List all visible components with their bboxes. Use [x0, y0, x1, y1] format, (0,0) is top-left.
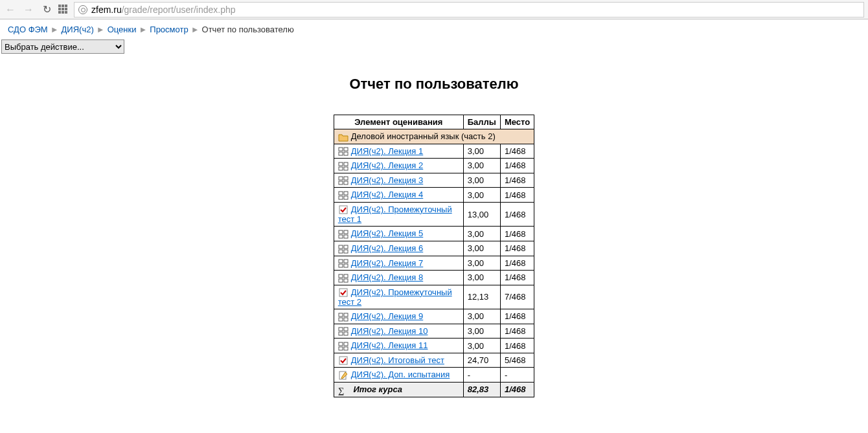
grade-row: ДИЯ(ч2). Лекция 53,001/468 — [334, 227, 534, 241]
svg-rect-26 — [344, 260, 348, 263]
grade-row: ДИЯ(ч2). Доп. испытания-- — [334, 368, 534, 383]
svg-rect-33 — [339, 289, 347, 296]
svg-rect-2 — [339, 152, 343, 155]
grade-item-link[interactable]: ДИЯ(ч2). Доп. испытания — [351, 370, 450, 379]
breadcrumb-link[interactable]: СДО ФЭМ — [8, 25, 48, 34]
grade-item-link[interactable]: ДИЯ(ч2). Итоговый тест — [351, 355, 444, 365]
grade-item-link[interactable]: ДИЯ(ч2). Промежуточный тест 1 — [338, 205, 452, 225]
svg-rect-38 — [339, 328, 343, 331]
svg-rect-24 — [344, 250, 348, 253]
grade-rank: 7/468 — [500, 285, 534, 309]
grade-row: ДИЯ(ч2). Лекция 33,001/468 — [334, 173, 534, 188]
reload-button[interactable]: ↻ — [40, 3, 53, 16]
grade-row: ДИЯ(ч2). Лекция 13,001/468 — [334, 144, 534, 159]
browser-toolbar: ← → ↻ zfem.ru/grade/report/user/index.ph… — [0, 0, 868, 19]
grade-score: 3,00 — [463, 256, 500, 271]
action-select[interactable]: Выбрать действие... — [1, 39, 124, 54]
grade-item-link[interactable]: ДИЯ(ч2). Лекция 9 — [351, 311, 423, 321]
grade-row: ДИЯ(ч2). Лекция 113,001/468 — [334, 339, 534, 353]
breadcrumb-separator: ► — [191, 25, 200, 34]
svg-rect-46 — [339, 357, 347, 364]
svg-rect-25 — [339, 260, 343, 263]
forward-button[interactable]: → — [22, 3, 35, 16]
grade-item-link[interactable]: ДИЯ(ч2). Лекция 10 — [351, 326, 428, 336]
svg-rect-23 — [339, 250, 343, 253]
grade-item-link[interactable]: ДИЯ(ч2). Лекция 11 — [351, 340, 428, 350]
back-button[interactable]: ← — [4, 3, 17, 16]
grade-score: 3,00 — [463, 324, 500, 339]
grade-score: 3,00 — [463, 144, 500, 159]
col-rank: Место — [500, 115, 534, 129]
svg-rect-37 — [344, 318, 348, 321]
svg-rect-17 — [339, 230, 343, 234]
grade-rank: 1/468 — [500, 271, 534, 285]
breadcrumb-link[interactable]: Оценки — [108, 25, 137, 34]
svg-rect-43 — [344, 342, 348, 346]
grade-score: 3,00 — [463, 339, 500, 353]
grade-item-link[interactable]: ДИЯ(ч2). Лекция 8 — [351, 272, 423, 282]
grade-item-link[interactable]: ДИЯ(ч2). Промежуточный тест 2 — [338, 287, 452, 307]
svg-rect-5 — [344, 162, 348, 166]
grade-item-link[interactable]: ДИЯ(ч2). Лекция 7 — [351, 258, 423, 268]
svg-rect-34 — [339, 313, 343, 316]
grade-row: ДИЯ(ч2). Лекция 63,001/468 — [334, 241, 534, 256]
svg-rect-41 — [344, 332, 348, 335]
folder-icon — [338, 133, 348, 142]
apps-icon[interactable] — [58, 5, 69, 15]
grade-score: 3,00 — [463, 271, 500, 285]
svg-rect-6 — [339, 167, 343, 170]
quiz-icon — [338, 356, 348, 365]
svg-rect-20 — [344, 235, 348, 238]
svg-rect-39 — [344, 328, 348, 331]
site-info-icon[interactable] — [78, 5, 87, 14]
breadcrumb-link[interactable]: ДИЯ(ч2) — [62, 25, 94, 34]
grade-item-link[interactable]: ДИЯ(ч2). Лекция 2 — [351, 161, 423, 170]
grade-score: 3,00 — [463, 173, 500, 188]
svg-rect-9 — [344, 177, 348, 180]
svg-rect-31 — [339, 279, 343, 282]
grade-item-link[interactable]: ДИЯ(ч2). Лекция 6 — [351, 243, 423, 253]
lesson-icon — [338, 245, 348, 254]
svg-rect-12 — [339, 192, 343, 195]
grade-rank: 1/468 — [500, 159, 534, 173]
svg-rect-16 — [339, 206, 347, 214]
svg-rect-21 — [339, 245, 343, 249]
grade-item-link[interactable]: ДИЯ(ч2). Лекция 5 — [351, 228, 423, 238]
grade-item-link[interactable]: ДИЯ(ч2). Лекция 4 — [351, 190, 423, 199]
grade-row: ДИЯ(ч2). Лекция 73,001/468 — [334, 256, 534, 271]
total-rank: 1/468 — [500, 383, 534, 397]
col-score: Баллы — [463, 115, 500, 129]
assign-icon — [338, 371, 348, 380]
grade-item-link[interactable]: ДИЯ(ч2). Лекция 1 — [351, 146, 423, 156]
breadcrumb-separator: ► — [97, 25, 105, 34]
lesson-icon — [338, 327, 348, 336]
lesson-icon — [338, 191, 348, 200]
svg-rect-27 — [339, 264, 343, 267]
grade-score: 3,00 — [463, 188, 500, 203]
grade-rank: 5/468 — [500, 353, 534, 368]
grade-rank: 1/468 — [500, 309, 534, 324]
sigma-icon: ∑ — [338, 386, 348, 395]
svg-rect-7 — [344, 167, 348, 170]
grade-score: 24,70 — [463, 353, 500, 368]
svg-rect-0 — [339, 148, 343, 151]
svg-rect-8 — [339, 177, 343, 180]
grade-row: ДИЯ(ч2). Лекция 103,001/468 — [334, 324, 534, 339]
quiz-icon — [338, 288, 348, 297]
grade-rank: 1/468 — [500, 227, 534, 241]
lesson-icon — [338, 176, 348, 185]
breadcrumb-separator: ► — [139, 25, 147, 34]
svg-rect-1 — [344, 148, 348, 151]
svg-rect-44 — [339, 347, 343, 350]
svg-rect-36 — [339, 318, 343, 321]
svg-rect-13 — [344, 192, 348, 195]
grade-rank: 1/468 — [500, 256, 534, 271]
breadcrumb-link[interactable]: Просмотр — [150, 25, 188, 34]
url-bar[interactable]: zfem.ru/grade/report/user/index.php — [74, 2, 864, 17]
lesson-icon — [338, 274, 348, 283]
grade-item-link[interactable]: ДИЯ(ч2). Лекция 3 — [351, 175, 423, 185]
page-title: Отчет по пользователю — [0, 76, 868, 93]
grade-row: ДИЯ(ч2). Лекция 83,001/468 — [334, 271, 534, 285]
lesson-icon — [338, 313, 348, 322]
svg-rect-14 — [339, 196, 343, 199]
